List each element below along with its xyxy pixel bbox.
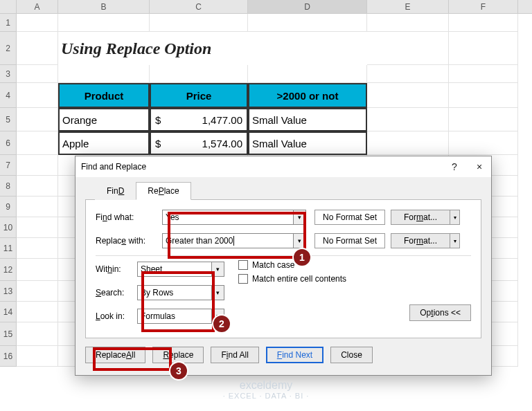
find-what-input[interactable]: Yes — [162, 210, 294, 225]
row-header-6[interactable]: 6 — [0, 131, 17, 155]
cell-C3[interactable] — [150, 65, 248, 83]
replace-with-drop-icon[interactable]: ▾ — [294, 233, 306, 248]
find-format-preview: No Format Set — [314, 210, 385, 225]
match-case-checkbox[interactable]: Match case — [238, 260, 471, 270]
cell-A15[interactable] — [17, 322, 58, 346]
cell-F3[interactable] — [449, 65, 518, 83]
cell-A5[interactable] — [17, 108, 58, 131]
row-header-16[interactable]: 16 — [0, 346, 17, 367]
row-header-7[interactable]: 7 — [0, 155, 17, 176]
row-header-col: 12345678910111213141516 — [0, 14, 17, 367]
table-header-1[interactable]: Price — [150, 83, 248, 108]
cell-A2[interactable] — [17, 32, 58, 65]
cell-E2[interactable] — [367, 32, 449, 65]
row-header-14[interactable]: 14 — [0, 302, 17, 322]
find-next-button[interactable]: Find Next — [266, 347, 323, 363]
cell-E6[interactable] — [367, 131, 449, 155]
cell-C5[interactable]: $1,477.00 — [150, 108, 248, 131]
cell-E5[interactable] — [367, 108, 449, 131]
cell-A9[interactable] — [17, 197, 58, 217]
match-entire-checkbox[interactable]: Match entire cell contents — [238, 274, 471, 284]
replace-all-button[interactable]: Replace All — [85, 347, 145, 363]
cell-D6[interactable]: Small Value — [248, 131, 367, 155]
dialog-titlebar[interactable]: Find and Replace ? × — [76, 156, 491, 177]
cell-E4[interactable] — [367, 83, 449, 108]
close-icon[interactable]: × — [473, 161, 486, 172]
label-replace-with: Replace with: — [96, 236, 162, 246]
cell-A14[interactable] — [17, 302, 58, 322]
row-header-5[interactable]: 5 — [0, 108, 17, 131]
cell-A12[interactable] — [17, 259, 58, 281]
label-within: Within: — [96, 264, 137, 274]
replace-format-button[interactable]: Format... — [391, 233, 450, 248]
table-header-0[interactable]: Product — [58, 83, 150, 108]
select-all-corner[interactable] — [0, 0, 17, 13]
search-select[interactable]: By Rows — [137, 285, 212, 300]
within-drop-icon[interactable]: ▾ — [212, 262, 224, 277]
cell-C1[interactable] — [150, 14, 248, 32]
table-header-2[interactable]: >2000 or not — [248, 83, 367, 108]
row-header-3[interactable]: 3 — [0, 65, 17, 83]
cell-A10[interactable] — [17, 217, 58, 238]
row-header-10[interactable]: 10 — [0, 217, 17, 238]
row-header-9[interactable]: 9 — [0, 197, 17, 217]
cell-D5[interactable]: Small Value — [248, 108, 367, 131]
cell-A11[interactable] — [17, 238, 58, 259]
label-search: Search: — [96, 288, 137, 298]
replace-format-drop-icon[interactable]: ▾ — [450, 233, 460, 248]
within-select[interactable]: Sheet — [137, 262, 212, 277]
cell-B1[interactable] — [58, 14, 150, 32]
cell-A8[interactable] — [17, 176, 58, 197]
row-header-1[interactable]: 1 — [0, 14, 17, 32]
cell-F2[interactable] — [449, 32, 518, 65]
row-header-15[interactable]: 15 — [0, 322, 17, 346]
tab-find[interactable]: FinD — [95, 182, 136, 200]
col-header-C[interactable]: C — [150, 0, 248, 13]
cell-A1[interactable] — [17, 14, 58, 32]
cell-A4[interactable] — [17, 83, 58, 108]
search-drop-icon[interactable]: ▾ — [212, 285, 224, 300]
find-all-button[interactable]: Find All — [211, 347, 258, 363]
col-header-A[interactable]: A — [17, 0, 58, 13]
row-header-13[interactable]: 13 — [0, 281, 17, 302]
cell-E1[interactable] — [367, 14, 449, 32]
cell-B3[interactable] — [58, 65, 150, 83]
cell-F6[interactable] — [449, 131, 518, 155]
close-button[interactable]: Close — [330, 347, 373, 363]
cell-F1[interactable] — [449, 14, 518, 32]
options-button[interactable]: Options << — [409, 304, 471, 321]
cell-B6[interactable]: Apple — [58, 131, 150, 155]
lookin-select[interactable]: Formulas — [137, 309, 212, 324]
row-header-4[interactable]: 4 — [0, 83, 17, 108]
cell-A6[interactable] — [17, 131, 58, 155]
replace-with-input[interactable]: Greater than 2000 — [162, 233, 294, 248]
row-header-8[interactable]: 8 — [0, 176, 17, 197]
label-find-what: Find what: — [96, 212, 162, 222]
tab-replace[interactable]: RePlace — [136, 182, 190, 200]
cell-B5[interactable]: Orange — [58, 108, 150, 131]
cell-C6[interactable]: $1,574.00 — [150, 131, 248, 155]
find-replace-dialog: Find and Replace ? × FinD RePlace Find w… — [75, 156, 492, 376]
col-header-E[interactable]: E — [367, 0, 449, 13]
cell-A16[interactable] — [17, 346, 58, 367]
col-header-B[interactable]: B — [58, 0, 150, 13]
row-header-2[interactable]: 2 — [0, 32, 17, 65]
col-header-F[interactable]: F — [449, 0, 518, 13]
watermark: exceldemy · EXCEL · DATA · BI · — [223, 379, 310, 400]
cell-D1[interactable] — [248, 14, 367, 32]
cell-D3[interactable] — [248, 65, 367, 83]
cell-A13[interactable] — [17, 281, 58, 302]
page-title[interactable]: Using Replace Option — [58, 32, 367, 65]
cell-A7[interactable] — [17, 155, 58, 176]
help-icon[interactable]: ? — [448, 161, 461, 172]
cell-A3[interactable] — [17, 65, 58, 83]
cell-F4[interactable] — [449, 83, 518, 108]
find-format-drop-icon[interactable]: ▾ — [450, 210, 460, 225]
cell-F5[interactable] — [449, 108, 518, 131]
row-header-11[interactable]: 11 — [0, 238, 17, 259]
find-what-drop-icon[interactable]: ▾ — [294, 210, 306, 225]
cell-E3[interactable] — [367, 65, 449, 83]
col-header-D[interactable]: D — [248, 0, 367, 13]
find-format-button[interactable]: Format... — [391, 210, 450, 225]
row-header-12[interactable]: 12 — [0, 259, 17, 281]
